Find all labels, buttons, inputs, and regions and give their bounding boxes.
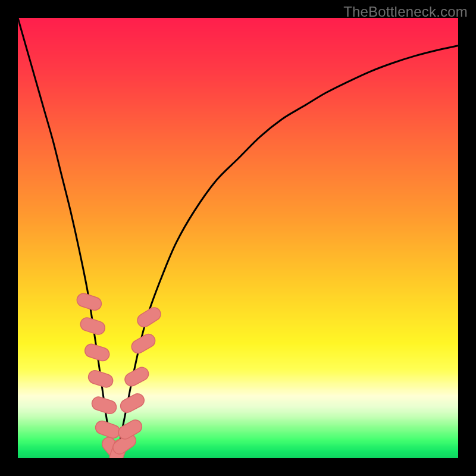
curve-marker: [129, 332, 157, 356]
plot-area: [18, 18, 458, 458]
svg-rect-12: [129, 332, 157, 356]
curve-marker: [76, 292, 104, 312]
curve-marker: [93, 419, 121, 440]
svg-rect-10: [118, 392, 146, 415]
svg-rect-4: [90, 395, 118, 415]
bottleneck-curve: [18, 18, 458, 458]
curve-marker: [87, 369, 115, 389]
svg-rect-3: [87, 369, 115, 389]
svg-rect-0: [76, 292, 104, 312]
bottleneck-curve-svg: [18, 18, 458, 458]
chart-frame: TheBottleneck.com: [0, 0, 476, 476]
curve-marker: [123, 365, 151, 389]
curve-marker: [83, 342, 111, 362]
svg-rect-11: [123, 365, 151, 389]
svg-rect-5: [93, 419, 121, 440]
watermark-text: TheBottleneck.com: [343, 4, 468, 20]
curve-marker: [79, 316, 107, 336]
svg-rect-2: [83, 342, 111, 362]
curve-marker: [118, 392, 146, 415]
curve-marker: [90, 395, 118, 415]
svg-rect-1: [79, 316, 107, 336]
